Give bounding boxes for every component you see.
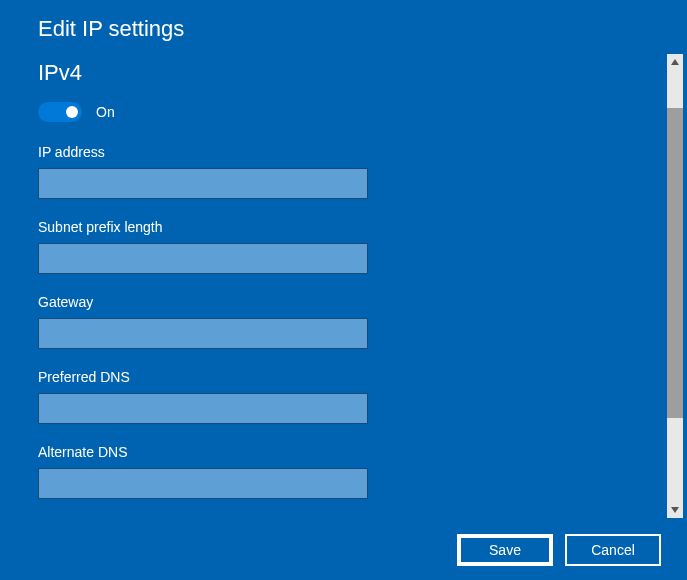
alternate-dns-label: Alternate DNS	[38, 444, 649, 460]
vertical-scrollbar[interactable]	[667, 54, 683, 518]
gateway-input[interactable]	[38, 318, 368, 349]
ipv4-toggle-label: On	[96, 104, 115, 120]
alternate-dns-group: Alternate DNS	[38, 444, 649, 499]
scroll-down-arrow-icon[interactable]	[667, 502, 683, 518]
gateway-group: Gateway	[38, 294, 649, 349]
subnet-prefix-input[interactable]	[38, 243, 368, 274]
preferred-dns-group: Preferred DNS	[38, 369, 649, 424]
ipv4-toggle[interactable]	[38, 102, 82, 122]
scroll-up-arrow-icon[interactable]	[667, 54, 683, 70]
cancel-button[interactable]: Cancel	[565, 534, 661, 566]
ip-address-input[interactable]	[38, 168, 368, 199]
dialog-footer: Save Cancel	[457, 534, 661, 566]
gateway-label: Gateway	[38, 294, 649, 310]
section-heading: IPv4	[38, 60, 649, 86]
ipv4-toggle-row: On	[38, 102, 649, 122]
dialog-title: Edit IP settings	[38, 16, 649, 42]
alternate-dns-input[interactable]	[38, 468, 368, 499]
content-area: Edit IP settings IPv4 On IP address Subn…	[0, 0, 687, 520]
scroll-thumb[interactable]	[667, 108, 683, 418]
preferred-dns-input[interactable]	[38, 393, 368, 424]
subnet-prefix-label: Subnet prefix length	[38, 219, 649, 235]
preferred-dns-label: Preferred DNS	[38, 369, 649, 385]
edit-ip-settings-dialog: Edit IP settings IPv4 On IP address Subn…	[0, 0, 687, 580]
ip-address-label: IP address	[38, 144, 649, 160]
ip-address-group: IP address	[38, 144, 649, 199]
subnet-prefix-group: Subnet prefix length	[38, 219, 649, 274]
save-button[interactable]: Save	[457, 534, 553, 566]
